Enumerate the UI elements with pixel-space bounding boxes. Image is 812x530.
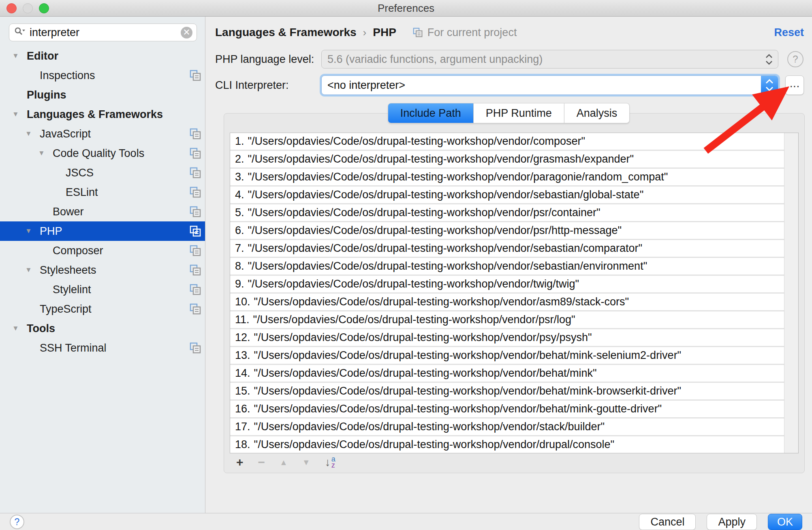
copy-settings-icon [189,264,202,277]
row-number: 1. [235,135,244,148]
settings-sidebar: ✕ ▼EditorInspectionsPlugins▼Languages & … [0,17,205,513]
language-level-help-icon[interactable]: ? [787,51,803,67]
cli-interpreter-select[interactable]: <no interpreter> [321,75,778,95]
expand-arrow-icon[interactable]: ▼ [25,130,32,138]
cli-interpreter-spinner[interactable] [761,76,778,94]
include-path-row[interactable]: 10."/Users/opdavies/Code/os/drupal-testi… [230,294,784,311]
sidebar-item-stylesheets[interactable]: ▼Stylesheets [0,260,205,280]
ok-button[interactable]: OK [768,514,802,530]
clear-search-icon[interactable]: ✕ [181,27,192,39]
sidebar-item-typescript[interactable]: TypeScript [0,299,205,319]
sidebar-item-label: Composer [53,245,103,257]
cancel-button[interactable]: Cancel [639,514,696,530]
tab-include-path[interactable]: Include Path [388,103,474,123]
zoom-window-button[interactable] [39,3,49,13]
php-language-level-value: 5.6 (variadic functions, argument unpack… [327,53,543,66]
sidebar-item-javascript[interactable]: ▼JavaScript [0,124,205,144]
sidebar-item-label: SSH Terminal [40,342,107,354]
sidebar-item-label: Tools [27,322,55,335]
include-path-row[interactable]: 13."/Users/opdavies/Code/os/drupal-testi… [230,347,784,365]
include-path-row[interactable]: 5."/Users/opdavies/Code/os/drupal-testin… [230,204,784,222]
expand-arrow-icon[interactable]: ▼ [12,52,19,60]
row-path: "/Users/opdavies/Code/os/drupal-testing-… [254,367,597,380]
sidebar-item-label: ESLint [66,186,98,199]
expand-arrow-icon[interactable]: ▼ [12,324,19,333]
include-path-row[interactable]: 2."/Users/opdavies/Code/os/drupal-testin… [230,151,784,169]
tab-php-runtime[interactable]: PHP Runtime [474,103,564,123]
copy-settings-icon [189,225,202,238]
sidebar-item-php[interactable]: ▼PHP [0,221,205,241]
search-input[interactable] [30,26,181,39]
sidebar-item-eslint[interactable]: ESLint [0,182,205,202]
sidebar-item-label: PHP [40,225,62,238]
minimize-window-button[interactable] [23,3,33,13]
sidebar-item-jscs[interactable]: JSCS [0,163,205,182]
include-path-row[interactable]: 1."/Users/opdavies/Code/os/drupal-testin… [230,133,784,151]
sort-arrow-icon: ↓ [325,456,331,469]
expand-arrow-icon[interactable]: ▼ [25,227,32,235]
sidebar-item-bower[interactable]: Bower [0,202,205,221]
sidebar-item-label: Plugins [27,89,66,101]
include-path-row[interactable]: 9."/Users/opdavies/Code/os/drupal-testin… [230,276,784,294]
include-path-row[interactable]: 6."/Users/opdavies/Code/os/drupal-testin… [230,222,784,240]
include-path-row[interactable]: 12."/Users/opdavies/Code/os/drupal-testi… [230,329,784,347]
sidebar-item-inspections[interactable]: Inspections [0,66,205,85]
move-up-button[interactable]: ▲ [280,458,288,466]
expand-arrow-icon[interactable]: ▼ [25,266,32,274]
sidebar-item-composer[interactable]: Composer [0,241,205,260]
include-path-row[interactable]: 11."/Users/opdavies/Code/os/drupal-testi… [230,311,784,329]
row-number: 4. [235,189,244,201]
breadcrumb: Languages & Frameworks › PHP For current… [215,26,804,39]
include-path-row[interactable]: 7."/Users/opdavies/Code/os/drupal-testin… [230,240,784,258]
remove-path-button[interactable]: − [258,456,265,468]
row-path: "/Users/opdavies/Code/os/drupal-testing-… [248,153,634,165]
copy-settings-icon [189,303,202,315]
include-path-row[interactable]: 3."/Users/opdavies/Code/os/drupal-testin… [230,169,784,187]
cli-interpreter-browse-button[interactable]: ... [785,75,804,95]
php-language-level-label: PHP language level: [215,53,321,66]
breadcrumb-languages-frameworks[interactable]: Languages & Frameworks [215,26,357,39]
row-path: "/Users/opdavies/Code/os/drupal-testing-… [254,296,629,308]
include-path-row[interactable]: 15."/Users/opdavies/Code/os/drupal-testi… [230,383,784,401]
cli-interpreter-label: CLI Interpreter: [215,79,321,92]
copy-settings-icon [189,69,202,82]
include-path-row[interactable]: 16."/Users/opdavies/Code/os/drupal-testi… [230,401,784,418]
include-path-row[interactable]: 8."/Users/opdavies/Code/os/drupal-testin… [230,258,784,276]
include-path-list: 1."/Users/opdavies/Code/os/drupal-testin… [230,133,784,453]
copy-settings-icon [189,127,202,140]
sidebar-item-plugins[interactable]: Plugins [0,85,205,105]
close-window-button[interactable] [6,3,17,13]
sidebar-item-code-quality-tools[interactable]: ▼Code Quality Tools [0,144,205,163]
sidebar-item-tools[interactable]: ▼Tools [0,319,205,338]
expand-arrow-icon[interactable]: ▼ [12,110,19,118]
settings-search-box[interactable]: ✕ [9,24,197,41]
sidebar-item-languages-frameworks[interactable]: ▼Languages & Frameworks [0,105,205,124]
chevron-up-down-icon [765,50,773,68]
expand-arrow-icon[interactable]: ▼ [38,149,45,157]
sidebar-item-label: JSCS [66,167,94,179]
breadcrumb-separator: › [363,26,367,39]
include-path-row[interactable]: 17."/Users/opdavies/Code/os/drupal-testi… [230,418,784,436]
reset-link[interactable]: Reset [774,26,804,39]
row-number: 9. [235,278,244,290]
row-path: "/Users/opdavies/Code/os/drupal-testing-… [248,171,668,183]
sidebar-item-editor[interactable]: ▼Editor [0,46,205,66]
move-down-button[interactable]: ▼ [302,458,310,466]
help-button[interactable]: ? [10,515,24,529]
sidebar-item-ssh-terminal[interactable]: SSH Terminal [0,338,205,358]
sort-alphabetically-button[interactable]: ↓ a z [325,456,335,469]
tab-analysis[interactable]: Analysis [564,103,630,123]
apply-button[interactable]: Apply [707,514,757,530]
php-language-level-select[interactable]: 5.6 (variadic functions, argument unpack… [321,50,778,69]
include-path-row[interactable]: 14."/Users/opdavies/Code/os/drupal-testi… [230,365,784,383]
sort-z-label: z [331,462,335,468]
include-path-row[interactable]: 4."/Users/opdavies/Code/os/drupal-testin… [230,187,784,204]
row-path: "/Users/opdavies/Code/os/drupal-testing-… [254,331,592,344]
sidebar-item-stylelint[interactable]: Stylelint [0,280,205,299]
list-scrollbar[interactable] [784,133,798,453]
sidebar-item-label: Stylelint [53,283,91,296]
sidebar-item-label: Bower [53,206,84,218]
include-path-row[interactable]: 18."/Users/opdavies/Code/os/drupal-testi… [230,436,784,453]
scope-label: For current project [427,26,517,39]
add-path-button[interactable]: + [236,456,244,468]
